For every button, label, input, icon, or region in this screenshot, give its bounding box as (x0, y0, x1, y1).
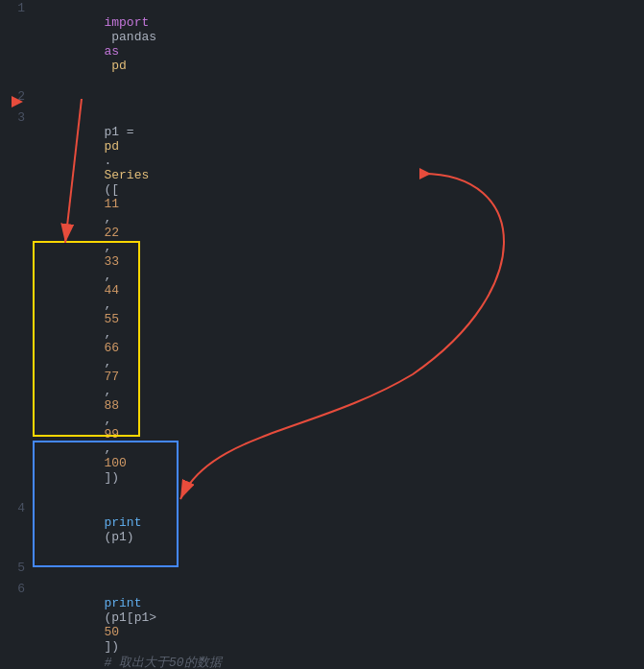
code-line-3: 3 p1 = pd . Series ([ 11 , 22 , 33 , 44 … (0, 109, 644, 500)
line-number-1: 1 (0, 1, 36, 15)
keyword-as: as (104, 44, 119, 59)
code-line-2: 2 (0, 88, 644, 109)
line-number-6: 6 (0, 582, 36, 596)
code-line-1: 1 import pandas as pd (0, 0, 644, 88)
code-line-4: 4 print (p1) (0, 500, 644, 560)
code-line-5: 5 (0, 560, 644, 581)
editor-wrapper: 1 import pandas as pd 2 3 p1 = pd . Seri… (0, 0, 644, 669)
keyword-import: import (104, 15, 149, 30)
editor-area: 1 import pandas as pd 2 3 p1 = pd . Seri… (0, 0, 644, 669)
line-content-1: import pandas as pd (36, 1, 644, 87)
line-number-5: 5 (0, 561, 36, 575)
line-number-3: 3 (0, 110, 36, 125)
code-line-6: 6 print (p1[p1> 50 ]) # 取出大于50的数据 (0, 581, 644, 669)
line-number-4: 4 (0, 501, 36, 515)
line-number-2: 2 (0, 89, 36, 104)
